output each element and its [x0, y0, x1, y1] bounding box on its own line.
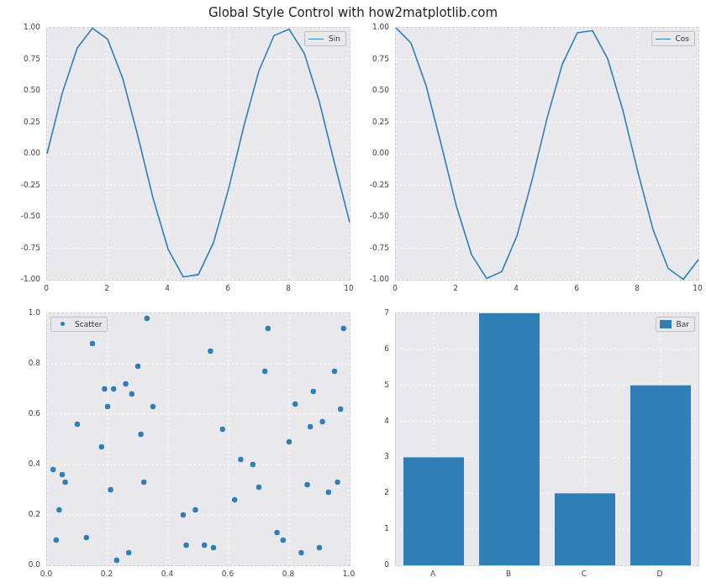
- scatter-dots: [50, 316, 346, 563]
- xticks-cos: 0246810: [395, 282, 699, 296]
- yticks-scatter: 0.00.20.40.60.81.0: [0, 312, 44, 566]
- svg-point-76: [266, 326, 271, 331]
- svg-point-81: [298, 550, 303, 555]
- xtick: 0.2: [101, 570, 113, 578]
- ytick: 0.50: [24, 86, 40, 94]
- plot-sin-svg: [47, 28, 350, 280]
- ytick: 2: [384, 488, 389, 496]
- xtick: B: [506, 570, 511, 578]
- ytick: 0.25: [24, 118, 40, 126]
- svg-point-60: [138, 432, 143, 437]
- svg-point-64: [181, 512, 186, 517]
- ytick: 0: [384, 560, 389, 569]
- xtick: 10: [344, 284, 353, 292]
- svg-point-48: [84, 535, 89, 540]
- svg-point-62: [145, 316, 150, 321]
- xtick: 6: [225, 284, 230, 292]
- svg-point-71: [232, 497, 237, 502]
- svg-point-78: [281, 538, 286, 543]
- xticks-bar: ABCD: [395, 568, 699, 581]
- svg-point-49: [90, 341, 95, 346]
- svg-point-90: [338, 407, 343, 412]
- ytick: 4: [384, 417, 389, 425]
- ytick: -1.00: [370, 275, 389, 283]
- svg-point-85: [317, 545, 322, 550]
- ytick: 1.00: [372, 23, 389, 31]
- ytick: 0.2: [29, 510, 40, 518]
- xtick: 0: [393, 284, 398, 292]
- xtick: 0.6: [222, 570, 234, 578]
- svg-point-70: [220, 427, 225, 432]
- svg-point-75: [262, 369, 267, 374]
- xticks-scatter: 0.00.20.40.60.81.0: [46, 568, 350, 581]
- svg-point-47: [75, 422, 80, 427]
- xtick: 0.4: [161, 570, 173, 578]
- legend-scatter: Scatter: [50, 317, 108, 332]
- svg-point-73: [250, 462, 256, 467]
- legend-swatch-line-icon: [656, 39, 671, 39]
- legend-cos: Cos: [651, 31, 695, 46]
- svg-point-61: [141, 480, 146, 485]
- figure-title: Global Style Control with how2matplotlib…: [0, 5, 706, 20]
- xtick: 0: [44, 284, 49, 292]
- ytick: -0.50: [370, 212, 389, 220]
- ytick: 3: [384, 452, 389, 460]
- xtick: 2: [104, 284, 109, 292]
- svg-point-80: [292, 402, 298, 407]
- svg-point-88: [332, 369, 337, 374]
- svg-point-66: [192, 507, 198, 512]
- ytick: 1.00: [24, 23, 40, 31]
- svg-rect-104: [403, 457, 464, 565]
- xtick: C: [582, 570, 587, 578]
- plot-scatter-svg: [47, 313, 350, 565]
- svg-point-55: [114, 558, 119, 563]
- svg-rect-106: [555, 493, 615, 565]
- ytick: 1.0: [29, 308, 40, 317]
- sin-line: [47, 29, 350, 277]
- svg-point-44: [56, 507, 61, 512]
- xtick: 1.0: [343, 570, 355, 578]
- svg-rect-105: [479, 313, 540, 565]
- svg-point-68: [208, 349, 213, 354]
- xtick: 0.0: [40, 570, 52, 578]
- ytick: 0.75: [372, 55, 389, 63]
- ytick: 0.8: [29, 359, 40, 367]
- legend-bar: Bar: [656, 317, 695, 332]
- svg-point-89: [335, 480, 340, 485]
- ytick: 0.00: [372, 149, 389, 157]
- xtick: 8: [286, 284, 291, 292]
- yticks-cos: -1.00-0.75-0.50-0.250.000.250.500.751.00: [349, 27, 393, 281]
- svg-point-58: [129, 391, 134, 396]
- ytick: -0.75: [370, 244, 389, 252]
- svg-point-91: [341, 326, 346, 331]
- axes-sin: Sin: [46, 27, 350, 281]
- plot-cos-svg: [396, 28, 698, 280]
- svg-point-79: [287, 439, 292, 444]
- grid: [396, 28, 698, 280]
- ytick: -0.25: [21, 181, 40, 189]
- svg-point-52: [105, 404, 110, 409]
- yticks-bar: 01234567: [349, 312, 393, 566]
- svg-point-42: [50, 467, 55, 472]
- svg-point-65: [183, 543, 188, 548]
- svg-point-51: [102, 386, 107, 391]
- ytick: 7: [384, 308, 389, 317]
- ytick: 0.25: [372, 118, 389, 126]
- axes-scatter: Scatter: [46, 312, 350, 566]
- svg-point-50: [99, 444, 104, 449]
- svg-point-57: [126, 550, 131, 555]
- ytick: 0.4: [29, 459, 40, 468]
- axes-cos: Cos: [395, 27, 699, 281]
- axes-bar: Bar: [395, 312, 699, 566]
- svg-point-87: [326, 490, 331, 495]
- svg-point-63: [150, 404, 155, 409]
- xtick: 4: [165, 284, 170, 292]
- svg-point-72: [238, 457, 243, 462]
- svg-rect-107: [630, 386, 691, 565]
- ytick: 0.75: [24, 55, 40, 63]
- ytick: 0.6: [29, 409, 40, 417]
- bars: [403, 313, 691, 565]
- svg-point-86: [319, 419, 324, 424]
- xtick: 4: [514, 284, 519, 292]
- ytick: 1: [384, 524, 389, 533]
